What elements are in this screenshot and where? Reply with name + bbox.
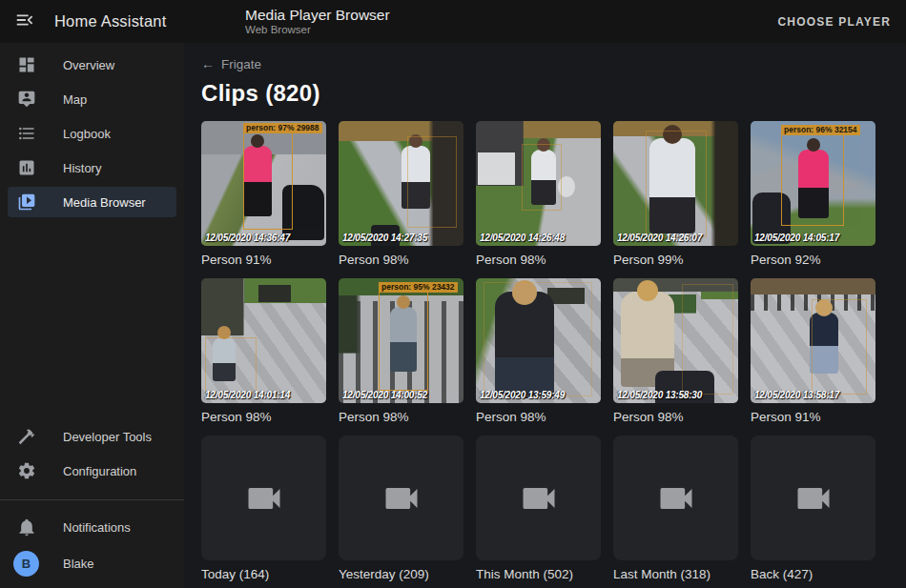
clip-thumbnail: 12/05/2020 13:59:49	[476, 278, 601, 403]
clip-timestamp-overlay: 12/05/2020 14:26:07	[617, 233, 702, 243]
clip-caption: Person 98%	[339, 410, 463, 424]
clip-card[interactable]: 12/05/2020 14:01:14 Person 98%	[201, 278, 326, 424]
clip-timestamp-overlay: 12/05/2020 14:00:52	[342, 390, 427, 400]
clip-thumbnail: 12/05/2020 13:58:30	[613, 278, 738, 403]
clip-caption: Person 92%	[751, 253, 875, 267]
sidebar-item-logbook[interactable]: Logbook	[8, 118, 176, 149]
clip-caption: Person 99%	[613, 253, 738, 267]
detection-bounding-box	[205, 337, 257, 393]
clip-timestamp-overlay: 12/05/2020 13:59:49	[480, 390, 565, 400]
sidebar-spacer	[0, 221, 184, 421]
folder-card-this-month[interactable]: This Month (502)	[476, 436, 601, 581]
clip-thumbnail: 12/05/2020 14:26:48	[476, 121, 601, 246]
video-camera-icon	[793, 477, 834, 519]
folder-thumbnail	[751, 436, 875, 560]
sidebar: Overview Map Logbook History	[0, 43, 184, 588]
sidebar-profile[interactable]: B Blake	[8, 546, 176, 580]
sidebar-item-history[interactable]: History	[8, 152, 176, 183]
media-browser-content: ← Frigate Clips (820) person: 97% 29988 …	[184, 43, 906, 588]
clip-card[interactable]: 12/05/2020 13:58:30 Person 98%	[613, 278, 738, 424]
detection-label: person: 96% 32154	[781, 125, 860, 135]
back-arrow-icon: ←	[201, 56, 215, 71]
folder-card-last-month[interactable]: Last Month (318)	[613, 436, 738, 581]
sidebar-item-label: Map	[63, 92, 87, 107]
avatar: B	[13, 551, 39, 577]
folder-label: Today (164)	[201, 567, 326, 581]
sidebar-item-developer-tools[interactable]: Developer Tools	[8, 421, 176, 452]
folder-card-yesterday[interactable]: Yesterday (209)	[339, 436, 463, 581]
clip-thumbnail: 12/05/2020 14:26:07	[613, 121, 738, 246]
top-app-bar: Home Assistant Media Player Browser Web …	[0, 0, 906, 43]
detection-bounding-box	[484, 282, 592, 396]
clip-card[interactable]: person: 97% 29988 12/05/2020 14:36:47 Pe…	[201, 121, 326, 267]
sidebar-item-label: Configuration	[63, 464, 136, 478]
detection-bounding-box: person: 97% 29988	[243, 132, 293, 230]
topbar-sidebar-header: Home Assistant	[0, 10, 184, 34]
clip-card[interactable]: 12/05/2020 13:59:49 Person 98%	[476, 278, 601, 424]
folder-thumbnail	[201, 436, 326, 560]
clip-thumbnail: person: 95% 23432 12/05/2020 14:00:52	[339, 278, 463, 403]
clip-card[interactable]: 12/05/2020 14:27:35 Person 98%	[339, 121, 463, 267]
detection-bounding-box	[522, 144, 562, 211]
video-camera-icon	[381, 477, 422, 519]
clip-card[interactable]: 12/05/2020 14:26:48 Person 98%	[476, 121, 601, 267]
folder-label: Last Month (318)	[613, 567, 738, 581]
sidebar-item-label: Notifications	[63, 520, 131, 535]
sidebar-item-label: Developer Tools	[63, 430, 152, 444]
folder-thumbnail	[476, 436, 601, 560]
clip-caption: Person 98%	[476, 410, 601, 424]
folder-label: This Month (502)	[476, 567, 601, 581]
clip-card[interactable]: person: 95% 23432 12/05/2020 14:00:52 Pe…	[339, 278, 463, 424]
clip-caption: Person 98%	[201, 410, 326, 424]
video-camera-icon	[518, 477, 560, 519]
detection-bounding-box	[812, 299, 867, 395]
folder-label: Yesterday (209)	[339, 567, 463, 581]
breadcrumb-back-frigate[interactable]: ← Frigate	[201, 56, 261, 71]
folder-thumbnail	[339, 436, 463, 560]
detection-bounding-box	[646, 131, 707, 237]
media-player-subtitle: Web Browser	[245, 24, 390, 36]
clip-timestamp-overlay: 12/05/2020 14:27:35	[342, 233, 427, 243]
media-player-header: Media Player Browser Web Browser	[245, 7, 390, 36]
detection-label: person: 95% 23432	[379, 282, 458, 293]
sidebar-toggle-button[interactable]	[12, 10, 37, 34]
clip-card[interactable]: 12/05/2020 14:26:07 Person 99%	[613, 121, 738, 267]
tooltip-account-icon	[15, 88, 38, 111]
list-bulleted-icon	[15, 122, 38, 145]
sidebar-item-overview[interactable]: Overview	[8, 50, 176, 80]
sidebar-item-label: History	[63, 161, 101, 175]
clip-card[interactable]: 12/05/2020 13:58:17 Person 91%	[751, 278, 875, 424]
clip-caption: Person 98%	[476, 253, 601, 267]
clip-caption: Person 98%	[613, 410, 738, 424]
profile-name: Blake	[63, 557, 94, 571]
clip-timestamp-overlay: 12/05/2020 13:58:30	[617, 390, 702, 400]
sidebar-item-media-browser[interactable]: Media Browser	[8, 187, 176, 217]
detection-bounding-box: person: 96% 32154	[781, 134, 844, 226]
clip-thumbnail: 12/05/2020 13:58:17	[751, 278, 875, 403]
sidebar-item-map[interactable]: Map	[8, 84, 176, 114]
detection-bounding-box	[682, 284, 733, 395]
sidebar-item-notifications[interactable]: Notifications	[8, 512, 176, 542]
sidebar-item-configuration[interactable]: Configuration	[8, 456, 176, 486]
hammer-icon	[15, 425, 38, 448]
detection-label: person: 97% 29988	[243, 123, 322, 133]
bell-icon	[15, 516, 38, 538]
sidebar-item-label: Media Browser	[63, 195, 146, 210]
sidebar-item-label: Logbook	[63, 127, 111, 141]
folder-thumbnail	[613, 436, 738, 560]
clip-caption: Person 91%	[201, 253, 326, 267]
folder-card-today[interactable]: Today (164)	[201, 436, 326, 581]
clip-thumbnail: 12/05/2020 14:01:14	[201, 278, 326, 403]
video-camera-icon	[243, 477, 285, 519]
folder-card-back[interactable]: Back (427)	[751, 436, 875, 581]
chart-box-icon	[15, 156, 38, 179]
choose-player-button[interactable]: CHOOSE PLAYER	[762, 6, 906, 38]
video-camera-icon	[655, 477, 697, 519]
sidebar-item-label: Overview	[63, 58, 114, 72]
clip-timestamp-overlay: 12/05/2020 14:26:48	[480, 233, 565, 243]
clip-card[interactable]: person: 96% 32154 12/05/2020 14:05:17 Pe…	[751, 121, 875, 267]
clip-timestamp-overlay: 12/05/2020 13:58:17	[754, 390, 839, 400]
clip-timestamp-overlay: 12/05/2020 14:36:47	[205, 233, 290, 243]
clip-caption: Person 98%	[339, 253, 463, 267]
app-title: Home Assistant	[54, 12, 166, 30]
